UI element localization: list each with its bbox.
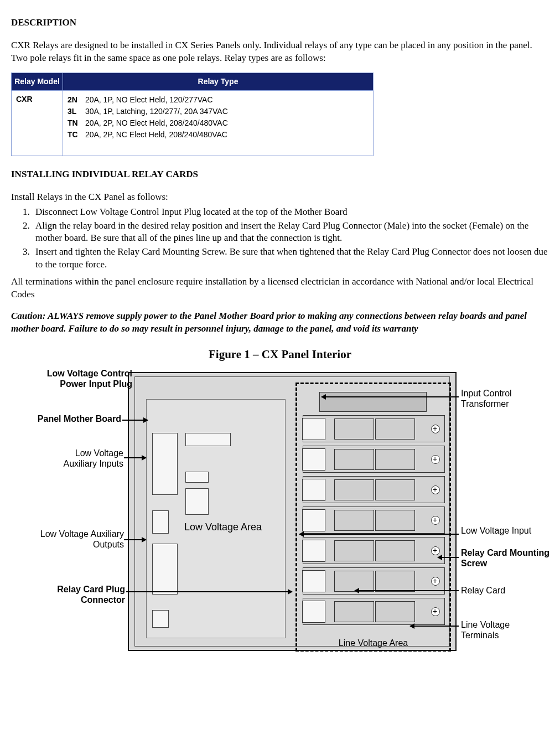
type-desc: 30A, 1P, Latching, 120/277/, 20A 347VAC [85, 107, 228, 116]
arrow-icon [126, 591, 292, 592]
mid-block-2 [185, 488, 209, 515]
panel-interior: Low Voltage Area Line Voltage Area [134, 376, 450, 647]
callout-transformer: Input Control Transformer [461, 389, 544, 409]
arrow-icon [322, 396, 459, 397]
callout-lv-plug: Low Voltage Control Power Input Plug [38, 369, 132, 389]
heading-description: DESCRIPTION [11, 17, 549, 29]
line-voltage-area-label: Line Voltage Area [297, 637, 449, 649]
lv-area-label: Low Voltage Area [184, 521, 262, 534]
callout-aux-outputs: Low Voltage Auxiliary Outputs [33, 529, 124, 550]
install-step: Align the relay board in the desired rel… [32, 220, 549, 245]
install-step: Disconnect Low Voltage Control Input Plu… [32, 206, 549, 219]
transformer-block [319, 392, 427, 412]
aux-outputs-block [152, 544, 178, 595]
type-code: 3L [68, 106, 83, 117]
aux-inputs-block [152, 433, 178, 495]
td-relay-types: 2N 20A, 1P, NO Elect Held, 120/277VAC 3L… [63, 90, 374, 156]
caution-text: Caution: ALWAYS remove supply power to t… [11, 310, 549, 335]
description-paragraph: CXR Relays are designed to be installed … [11, 39, 549, 65]
type-code: 2N [68, 94, 83, 106]
relay-row [303, 415, 445, 442]
callout-lv-input: Low Voltage Input [461, 526, 533, 536]
figure-title: Figure 1 – CX Panel Interior [11, 347, 549, 362]
callout-mother-board: Panel Mother Board [22, 414, 121, 424]
line-voltage-area: Line Voltage Area [295, 383, 451, 652]
jumper-block-1 [152, 510, 169, 534]
arrow-icon [124, 457, 146, 458]
type-desc: 20A, 2P, NO Elect Held, 208/240/480VAC [85, 118, 228, 127]
heading-install: INSTALLING INDIVIDUAL RELAY CARDS [11, 168, 549, 181]
callout-mount-screw: Relay Card Mounting Screw [461, 548, 549, 569]
install-steps-list: Disconnect Low Voltage Control Input Plu… [32, 206, 549, 272]
relay-table: Relay Model Relay Type CXR 2N 20A, 1P, N… [11, 73, 374, 156]
arrow-icon [299, 534, 459, 535]
install-step: Insert and tighten the Relay Card Mounti… [32, 246, 549, 271]
td-relay-model: CXR [12, 90, 63, 156]
relay-row [303, 507, 445, 534]
arrow-icon [410, 626, 459, 627]
arrow-icon [122, 420, 148, 421]
relay-row [303, 598, 445, 625]
relay-row [303, 446, 445, 473]
callout-line-terminals: Line Voltage Terminals [461, 620, 538, 640]
callout-plug-connector: Relay Card Plug Connector [39, 585, 125, 605]
relay-row [303, 476, 445, 503]
arrow-icon [438, 557, 459, 558]
mid-block-1 [185, 472, 209, 483]
type-code: TN [68, 117, 83, 129]
jumper-block-2 [152, 610, 169, 628]
type-code: TC [68, 129, 83, 141]
panel-enclosure: Low Voltage Area Line Voltage Area [128, 372, 457, 651]
callout-aux-inputs: Low Voltage Auxiliary Inputs [46, 448, 123, 469]
arrow-icon [124, 539, 146, 540]
install-intro: Install Relays in the CX Panel as follow… [11, 191, 549, 204]
install-note: All terminations within the panel enclos… [11, 276, 549, 301]
header-block [185, 433, 231, 446]
th-relay-model: Relay Model [12, 73, 63, 90]
low-voltage-area: Low Voltage Area [146, 399, 286, 638]
type-desc: 20A, 2P, NC Elect Held, 208/240/480VAC [85, 130, 227, 139]
callout-relay-card: Relay Card [461, 586, 527, 596]
relay-row [303, 537, 445, 564]
type-desc: 20A, 1P, NO Elect Held, 120/277VAC [85, 95, 213, 104]
arrow-icon [355, 590, 459, 591]
th-relay-type: Relay Type [63, 73, 374, 90]
figure-cx-panel: Low Voltage Area Line Voltage Area Low V… [12, 365, 548, 659]
